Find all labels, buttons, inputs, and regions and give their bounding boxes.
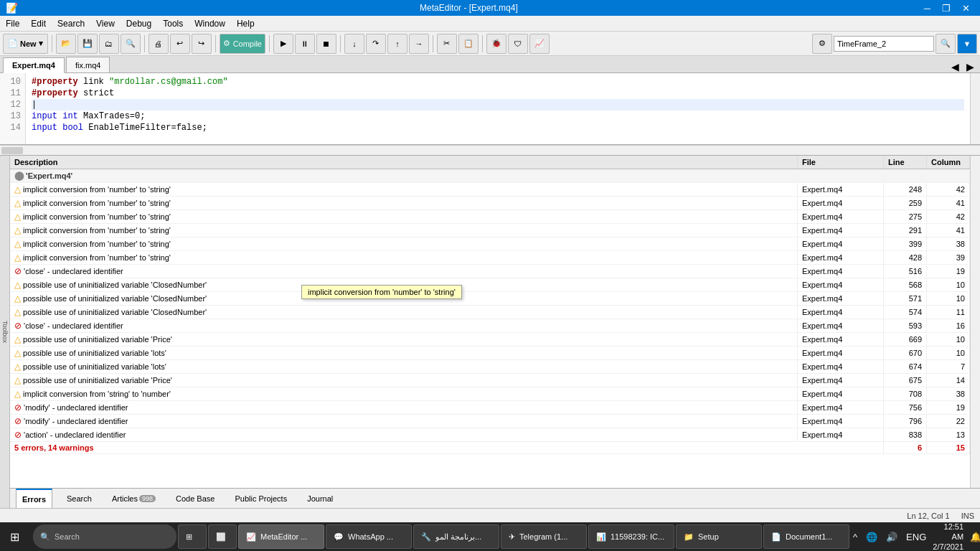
taskbar-document[interactable]: 📄 Document1...	[763, 524, 849, 549]
redo-button[interactable]: ↪	[192, 34, 212, 54]
taskbar-widgets[interactable]: ⊞	[178, 524, 207, 549]
warn-icon: △	[14, 239, 21, 249]
warn-icon: △	[14, 225, 21, 235]
save-button[interactable]: 💾	[77, 34, 98, 54]
menu-tools[interactable]: Tools	[157, 17, 189, 30]
stop-button[interactable]: ⏹	[316, 34, 336, 54]
tray-notification[interactable]: 🔔	[968, 532, 980, 542]
bottom-tab-errors[interactable]: Errors	[16, 489, 52, 508]
table-row[interactable]: △ possible use of uninitialized variable…	[10, 292, 970, 306]
step-right-button[interactable]: →	[409, 34, 429, 54]
pause-button[interactable]: ⏸	[295, 34, 315, 54]
menu-search[interactable]: Search	[52, 17, 90, 30]
table-row[interactable]: △ implicit conversion from 'number' to '…	[10, 251, 970, 265]
tab-nav-right[interactable]: ▶	[963, 61, 977, 72]
tab-nav-left[interactable]: ◀	[948, 61, 962, 72]
metaeditor-label: MetaEditor ...	[260, 532, 307, 541]
copy-button[interactable]: 📋	[458, 34, 479, 54]
code-line-13: input int MaxTrades=0;	[32, 110, 964, 122]
new-button[interactable]: 📄 New ▾	[3, 34, 48, 54]
save-all-button[interactable]: 🗂	[99, 34, 119, 54]
table-row[interactable]: △ possible use of uninitialized variable…	[10, 374, 970, 387]
table-row[interactable]: ⊘ 'action' - undeclared identifier Exper…	[10, 428, 970, 442]
table-row[interactable]: △ possible use of uninitialized variable…	[10, 306, 970, 319]
table-row[interactable]: △ implicit conversion from 'number' to '…	[10, 183, 970, 197]
warn-icon: △	[14, 307, 21, 317]
taskbar-whatsapp[interactable]: 💬 WhatsApp ...	[326, 524, 412, 549]
bottom-tab-articles[interactable]: Articles 998	[106, 489, 161, 508]
editor-vscroll[interactable]	[970, 73, 980, 144]
browse-button[interactable]: 🔍	[121, 34, 141, 54]
settings-button[interactable]: ⚙	[812, 34, 832, 54]
editor-hscroll[interactable]	[0, 145, 980, 155]
table-row[interactable]: △ implicit conversion from 'number' to '…	[10, 197, 970, 210]
start-button[interactable]: ⊞	[3, 524, 32, 549]
search-button[interactable]: 🔍	[936, 34, 956, 54]
print-button[interactable]: 🖨	[149, 34, 169, 54]
taskbar-telegram[interactable]: ✈ Telegram (1...	[501, 524, 587, 549]
step-into-button[interactable]: ↓	[344, 34, 364, 54]
tray-chevron[interactable]: ^	[851, 532, 859, 542]
minimize-button[interactable]: ─	[920, 3, 935, 14]
menu-view[interactable]: View	[90, 17, 121, 30]
tray-network[interactable]: 🌐	[864, 532, 880, 542]
step-over-button[interactable]: ↷	[366, 34, 386, 54]
table-row[interactable]: ⊘ 'modify' - undeclared identifier Exper…	[10, 415, 970, 428]
table-row[interactable]: △ implicit conversion from 'number' to '…	[10, 224, 970, 237]
restore-button[interactable]: ❐	[938, 3, 955, 14]
step-out-button[interactable]: ↑	[387, 34, 407, 54]
tab-expert-mq4[interactable]: Expert.mq4	[3, 57, 65, 73]
warn-icon: △	[14, 389, 21, 399]
shield-button[interactable]: 🛡	[508, 34, 528, 54]
table-row[interactable]: △ implicit conversion from 'number' to '…	[10, 210, 970, 224]
taskbar-task-view[interactable]: ⬜	[208, 524, 237, 549]
menu-debug[interactable]: Debug	[121, 17, 157, 30]
taskbar-search-btn[interactable]: 🔍 MetaEditor ... Search	[33, 524, 176, 549]
undo-button[interactable]: ↩	[170, 34, 190, 54]
taskbar-ic[interactable]: 📊 11598239: IC...	[588, 524, 674, 549]
filter-button[interactable]: ▼	[957, 34, 977, 54]
new-dropdown-icon[interactable]: ▾	[39, 39, 43, 48]
bottom-tab-journal[interactable]: Journal	[301, 489, 339, 508]
tray-language[interactable]: ENG	[904, 532, 928, 542]
table-row[interactable]: ⊘ 'close' - undeclared identifier Expert…	[10, 319, 970, 333]
code-content[interactable]: #property link "mrdollar.cs@gmail.com" #…	[26, 73, 970, 144]
compile-button[interactable]: ⚙ Compile	[220, 34, 265, 54]
start-button[interactable]: ▶	[273, 34, 293, 54]
menu-help[interactable]: Help	[231, 17, 260, 30]
toolbox-panel[interactable]: Toolbox	[0, 156, 10, 508]
bottom-tab-codebase[interactable]: Code Base	[170, 489, 220, 508]
cut-button[interactable]: ✂	[437, 34, 457, 54]
table-row[interactable]: △ implicit conversion from 'string' to '…	[10, 387, 970, 401]
menu-edit[interactable]: Edit	[25, 17, 52, 30]
open-button[interactable]: 📂	[56, 34, 76, 54]
tab-fix-mq4[interactable]: fix.mq4	[66, 57, 110, 72]
taskbar-metaeditor[interactable]: 📈 MetaEditor ...	[238, 524, 324, 549]
taskbar-setup[interactable]: 📁 Setup	[676, 524, 762, 549]
taskbar-programing[interactable]: 🔧 برنامجة المو...	[413, 524, 499, 549]
taskbar-clock[interactable]: 12:51 AM 2/7/2021	[933, 522, 963, 551]
gear-icon: ⚙	[819, 39, 826, 48]
table-row[interactable]: △ possible use of uninitialized variable…	[10, 347, 970, 360]
results-vscroll[interactable]	[970, 156, 980, 488]
table-row[interactable]: △ implicit conversion from 'number' to '…	[10, 237, 970, 251]
hscroll-thumb[interactable]	[1, 147, 23, 154]
table-row[interactable]: ⊘ 'modify' - undeclared identifier Exper…	[10, 401, 970, 415]
table-row[interactable]: △ possible use of uninitialized variable…	[10, 360, 970, 374]
debug-mode-button[interactable]: 🐞	[486, 34, 507, 54]
menu-file[interactable]: File	[0, 17, 25, 30]
bottom-tab-public-projects[interactable]: Public Projects	[229, 489, 293, 508]
ic-icon: 📊	[596, 532, 606, 542]
open-icon: 📂	[61, 39, 71, 48]
search-input[interactable]	[834, 36, 934, 52]
table-row[interactable]: ⊘ 'close' - undeclared identifier Expert…	[10, 265, 970, 278]
warn-icon: △	[14, 293, 21, 303]
table-row[interactable]: △ possible use of uninitialized variable…	[10, 278, 970, 292]
tray-volume[interactable]: 🔊	[884, 532, 900, 542]
bottom-tab-search[interactable]: Search	[61, 489, 98, 508]
close-button[interactable]: ✕	[958, 3, 974, 14]
error-icon: ⊘	[14, 430, 22, 440]
chart-button[interactable]: 📈	[529, 34, 550, 54]
menu-window[interactable]: Window	[189, 17, 231, 30]
table-row[interactable]: △ possible use of uninitialized variable…	[10, 333, 970, 347]
